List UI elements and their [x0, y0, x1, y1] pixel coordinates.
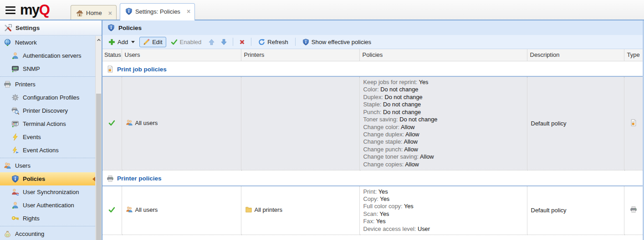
refresh-button-label: Refresh: [267, 39, 288, 45]
chevron-up-icon: [97, 38, 101, 42]
sidebar-item-users[interactable]: Users: [0, 159, 95, 172]
printer-icon: [630, 206, 637, 213]
tab-settings-policies[interactable]: Settings: Policies×: [120, 3, 195, 20]
policy-row[interactable]: All usersKeep jobs for reprint: YesColor…: [102, 76, 643, 170]
sidebar-item-events[interactable]: Events: [0, 130, 95, 144]
print-job-icon: [630, 119, 637, 126]
logo-text-my: my: [20, 2, 39, 18]
sidebar-item-policies[interactable]: Policies: [0, 172, 95, 185]
enabled-button-label: Enabled: [180, 39, 202, 45]
print-job-icon: [107, 65, 114, 73]
move-down-button[interactable]: [218, 37, 230, 47]
column-header-description[interactable]: Description: [527, 49, 624, 61]
check-icon: [108, 120, 115, 126]
home-icon: [76, 10, 83, 17]
policy-line: Staple: Do not change: [363, 101, 523, 108]
users-value: All users: [135, 206, 158, 213]
main-panel: Policies Add Edit Enabled: [102, 20, 644, 240]
sidebar-item-snmp[interactable]: SNMP: [0, 62, 95, 75]
tab-close-icon[interactable]: ×: [187, 8, 190, 15]
column-header-policies[interactable]: Policies: [359, 49, 527, 61]
scroll-up-button[interactable]: [96, 36, 102, 44]
sidebar-item-printer-discovery[interactable]: Printer Discovery: [0, 104, 95, 117]
printer-search-icon: [11, 107, 19, 115]
myq-logo: myQ: [20, 1, 49, 19]
policy-line: Device access level: User: [363, 225, 523, 233]
policy-line: Change punch: Allow: [363, 146, 523, 153]
column-header-printers[interactable]: Printers: [241, 49, 359, 61]
tab-label: Settings: Policies: [135, 8, 180, 15]
printers-cell: All printers: [241, 186, 359, 235]
sidebar-item-terminal-actions[interactable]: Terminal Actions: [0, 117, 95, 130]
policy-line: Change copies: Allow: [363, 161, 523, 168]
sidebar-item-authentication-servers[interactable]: Authentication servers: [0, 49, 95, 62]
globe-icon: [4, 39, 11, 46]
column-header-status[interactable]: Status: [102, 49, 122, 61]
move-up-button[interactable]: [206, 37, 217, 47]
policies-cell: Keep jobs for reprint: YesColor: Do not …: [359, 76, 527, 170]
sidebar-item-label: Events: [23, 134, 41, 140]
sidebar-item-rights[interactable]: Rights: [0, 212, 95, 225]
delete-button[interactable]: [236, 37, 248, 47]
sidebar-item-label: Accounting: [15, 230, 44, 237]
policy-line: Duplex: Do not change: [363, 94, 523, 101]
sidebar-item-label: Printers: [15, 81, 36, 88]
policy-line: Change duplex: Allow: [363, 131, 523, 138]
enabled-button[interactable]: Enabled: [167, 37, 205, 47]
policy-row[interactable]: All usersAll printersPrint: YesCopy: Yes…: [102, 186, 643, 235]
users-icon: [126, 119, 133, 126]
check-icon: [108, 206, 115, 213]
hamburger-menu-icon[interactable]: [5, 6, 15, 15]
users-value: All users: [135, 120, 158, 126]
sidebar-title: Settings: [15, 25, 40, 31]
pencil-icon: [143, 39, 150, 45]
topbar: myQ Home×Settings: Policies×: [0, 0, 644, 20]
app-body: Settings NetworkAuthentication serversSN…: [0, 20, 644, 240]
caret-down-icon: [131, 41, 135, 43]
sidebar-item-configuration-profiles[interactable]: Configuration Profiles: [0, 91, 95, 104]
description-cell: Default policy: [527, 186, 624, 235]
shield-icon: [302, 39, 309, 45]
users-icon: [126, 206, 133, 213]
gear-icon: [11, 94, 19, 101]
sidebar-item-label: Users: [15, 162, 31, 169]
show-effective-policies-button[interactable]: Show effective policies: [299, 37, 375, 47]
myq-app-window: myQ Home×Settings: Policies× Settings Ne…: [0, 0, 644, 240]
type-cell: [624, 186, 643, 235]
policies-table: StatusUsersPrintersPoliciesDescriptionTy…: [102, 49, 643, 235]
group-row-printer-policies[interactable]: Printer policies: [102, 170, 643, 185]
toolbar: Add Edit Enabled: [102, 35, 643, 49]
policies-cell: Print: YesCopy: YesFull color copy: YesS…: [359, 186, 527, 235]
sidebar-item-network[interactable]: Network: [0, 36, 95, 49]
tab-home[interactable]: Home×: [71, 5, 117, 20]
policy-line: Keep jobs for reprint: Yes: [363, 79, 523, 86]
column-header-type[interactable]: Type: [624, 49, 643, 61]
sidebar-nav: NetworkAuthentication serversSNMPPrinter…: [0, 36, 95, 240]
policy-line: Change staple: Allow: [363, 138, 523, 145]
policies-table-container: StatusUsersPrintersPoliciesDescriptionTy…: [102, 49, 643, 240]
column-header-users[interactable]: Users: [122, 49, 241, 61]
sidebar-item-user-authentication[interactable]: User Authentication: [0, 199, 95, 212]
group-row-print-job-policies[interactable]: Print job policies: [102, 61, 643, 76]
terminal-icon: [11, 120, 19, 128]
sidebar-divider: [0, 226, 95, 226]
key-icon: [11, 215, 19, 222]
add-button[interactable]: Add: [105, 37, 138, 47]
sidebar-scrollbar[interactable]: [95, 36, 102, 240]
policy-line: Copy: Yes: [363, 195, 523, 203]
sidebar-item-printers[interactable]: Printers: [0, 78, 95, 91]
policy-line: Color: Do not change: [363, 86, 523, 93]
status-cell: [102, 76, 122, 170]
policy-line: Scan: Yes: [363, 210, 523, 218]
sidebar-item-user-synchronization[interactable]: User Synchronization: [0, 185, 95, 199]
lightning-icon: [11, 133, 19, 141]
refresh-button[interactable]: Refresh: [255, 37, 292, 47]
sidebar-item-label: Event Actions: [23, 147, 59, 154]
edit-button[interactable]: Edit: [139, 37, 166, 47]
shield-icon: [11, 175, 19, 183]
scrollbar-thumb[interactable]: [96, 94, 101, 240]
sidebar-item-event-actions[interactable]: Event Actions: [0, 144, 95, 157]
tab-close-icon[interactable]: ×: [108, 10, 112, 16]
arrow-down-icon: [220, 39, 227, 45]
sidebar-item-accounting[interactable]: Accounting: [0, 227, 95, 240]
